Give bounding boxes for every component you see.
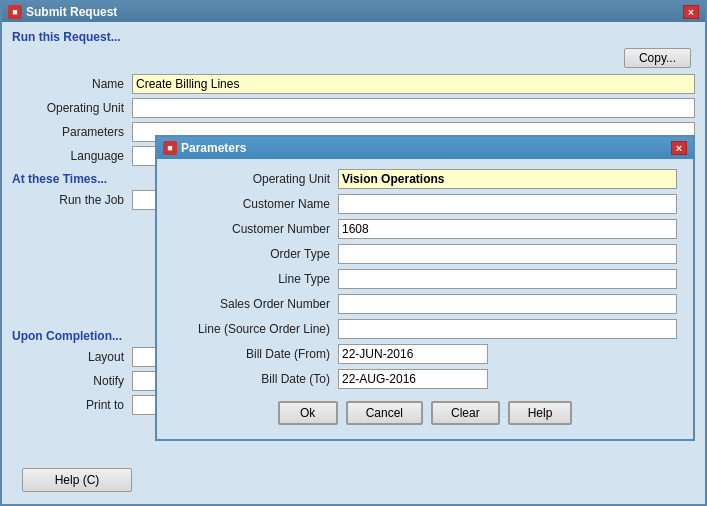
- copy-btn-row: Copy...: [12, 48, 691, 68]
- modal-customer-name-input[interactable]: [338, 194, 677, 214]
- name-row: Name: [12, 74, 695, 94]
- operating-unit-row: Operating Unit: [12, 98, 695, 118]
- modal-customer-name-row: Customer Name: [173, 194, 677, 214]
- modal-order-type-label: Order Type: [173, 247, 338, 261]
- modal-content: Operating Unit Customer Name Customer Nu…: [157, 159, 693, 439]
- modal-operating-unit-label: Operating Unit: [173, 172, 338, 186]
- modal-sales-order-row: Sales Order Number: [173, 294, 677, 314]
- parameters-modal: ■ Parameters × Operating Unit Customer N…: [155, 135, 695, 441]
- modal-customer-number-label: Customer Number: [173, 222, 338, 236]
- modal-order-type-row: Order Type: [173, 244, 677, 264]
- cancel-button[interactable]: Cancel: [346, 401, 423, 425]
- modal-title: Parameters: [181, 141, 246, 155]
- name-input[interactable]: [132, 74, 695, 94]
- name-label: Name: [12, 77, 132, 91]
- copy-button[interactable]: Copy...: [624, 48, 691, 68]
- modal-titlebar-left: ■ Parameters: [163, 141, 246, 155]
- modal-line-source-label: Line (Source Order Line): [173, 322, 338, 336]
- modal-order-type-input[interactable]: [338, 244, 677, 264]
- language-label: Language: [12, 149, 132, 163]
- layout-label: Layout: [12, 350, 132, 364]
- modal-line-source-row: Line (Source Order Line): [173, 319, 677, 339]
- modal-help-button[interactable]: Help: [508, 401, 573, 425]
- modal-sales-order-input[interactable]: [338, 294, 677, 314]
- modal-operating-unit-row: Operating Unit: [173, 169, 677, 189]
- modal-line-type-label: Line Type: [173, 272, 338, 286]
- operating-unit-label: Operating Unit: [12, 101, 132, 115]
- outer-titlebar: ■ Submit Request ×: [2, 2, 705, 22]
- parameters-label: Parameters: [12, 125, 132, 139]
- clear-button[interactable]: Clear: [431, 401, 500, 425]
- modal-bill-date-to-label: Bill Date (To): [173, 372, 338, 386]
- modal-buttons: Ok Cancel Clear Help: [173, 401, 677, 429]
- outer-window-icon: ■: [8, 5, 22, 19]
- operating-unit-input[interactable]: [132, 98, 695, 118]
- modal-line-source-input[interactable]: [338, 319, 677, 339]
- outer-close-button[interactable]: ×: [683, 5, 699, 19]
- modal-bill-date-to-input[interactable]: [338, 369, 488, 389]
- run-job-label: Run the Job: [12, 193, 132, 207]
- modal-titlebar: ■ Parameters ×: [157, 137, 693, 159]
- outer-help-button[interactable]: Help (C): [22, 468, 132, 492]
- print-to-label: Print to: [12, 398, 132, 412]
- run-this-request-header: Run this Request...: [12, 30, 695, 44]
- modal-bill-date-from-row: Bill Date (From): [173, 344, 677, 364]
- modal-line-type-row: Line Type: [173, 269, 677, 289]
- modal-bill-date-from-label: Bill Date (From): [173, 347, 338, 361]
- modal-icon: ■: [163, 141, 177, 155]
- outer-titlebar-left: ■ Submit Request: [8, 5, 117, 19]
- modal-bill-date-from-input[interactable]: [338, 344, 488, 364]
- notify-label: Notify: [12, 374, 132, 388]
- modal-sales-order-label: Sales Order Number: [173, 297, 338, 311]
- modal-bill-date-to-row: Bill Date (To): [173, 369, 677, 389]
- ok-button[interactable]: Ok: [278, 401, 338, 425]
- modal-line-type-input[interactable]: [338, 269, 677, 289]
- modal-customer-name-label: Customer Name: [173, 197, 338, 211]
- modal-customer-number-input[interactable]: [338, 219, 677, 239]
- modal-customer-number-row: Customer Number: [173, 219, 677, 239]
- modal-operating-unit-input[interactable]: [338, 169, 677, 189]
- modal-close-button[interactable]: ×: [671, 141, 687, 155]
- outer-window-title: Submit Request: [26, 5, 117, 19]
